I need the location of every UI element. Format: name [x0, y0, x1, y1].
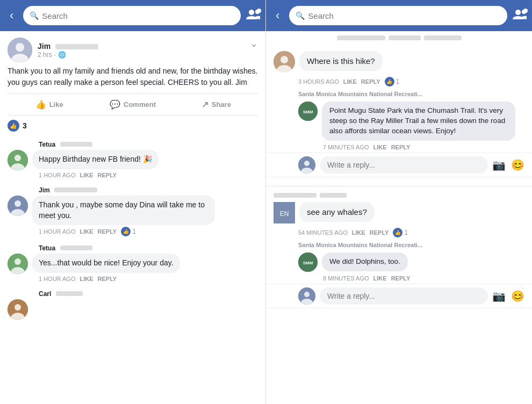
left-search-bar[interactable]: 🔍 — [23, 6, 241, 25]
comment-actions: 1 HOUR AGO LIKE REPLY 👍 1 — [8, 227, 258, 236]
thread-1-like-link[interactable]: LIKE — [343, 78, 357, 85]
thread-1-question-row: Where is this hike? — [266, 48, 532, 76]
like-label: Like — [49, 100, 63, 109]
emoji-icon[interactable]: 😊 — [511, 158, 524, 171]
inline-like-badge: 👍 — [121, 227, 131, 236]
write-reply-icons-1: 📷 😊 — [492, 158, 524, 171]
page-title-blur2 — [389, 35, 421, 40]
thread-2-reply-like-link[interactable]: LIKE — [373, 275, 387, 282]
write-reply-icons-2: 📷 😊 — [492, 290, 524, 302]
write-reply-input-1[interactable] — [320, 156, 488, 174]
write-reply-avatar — [298, 156, 315, 174]
camera-icon[interactable]: 📷 — [492, 158, 506, 171]
post-header-left: Jim 2 hrs · 🌐 — [8, 38, 98, 62]
emoji-icon-2[interactable]: 😊 — [511, 290, 524, 302]
left-friends-icon[interactable] — [246, 9, 260, 23]
right-back-button[interactable]: ‹ — [271, 6, 284, 25]
svg-text:SMM: SMM — [303, 261, 313, 265]
like-link[interactable]: LIKE — [80, 228, 93, 235]
thread-2-reply-actions: 8 MINUTES AGO LIKE REPLY — [266, 275, 532, 282]
commenter-avatar — [8, 196, 28, 216]
thread-1-reply-page-name: Santa Monica Mountains National Recreati… — [266, 86, 532, 99]
share-button[interactable]: ↗ Share — [175, 96, 258, 113]
camera-icon-2[interactable]: 📷 — [492, 290, 506, 302]
svg-point-0 — [249, 10, 254, 15]
right-search-icon: 🔍 — [296, 11, 305, 20]
reply-reply-link[interactable]: REPLY — [391, 144, 411, 150]
thread-2-reply-link[interactable]: REPLY — [370, 229, 389, 236]
comment-button[interactable]: 💬 Comment — [91, 96, 174, 113]
page-title-blur3 — [424, 35, 462, 40]
post-header: Jim 2 hrs · 🌐 ⌄ — [8, 38, 258, 62]
post-body: Thank you to all my family and friends o… — [8, 66, 258, 88]
reply-link[interactable]: REPLY — [98, 228, 117, 235]
post-more-button[interactable]: ⌄ — [250, 38, 258, 49]
thread-1-question-bubble: Where is this hike? — [299, 51, 383, 71]
right-friends-icon[interactable] — [513, 9, 527, 23]
page-name-blur-row — [266, 31, 532, 42]
comment-bubble: Thank you , maybe some day Dina will tak… — [32, 196, 215, 225]
thread-1-reply-row: SMM Point Mugu State Park via the Chumas… — [266, 99, 532, 143]
reply-like-link[interactable]: LIKE — [373, 144, 387, 150]
like-link[interactable]: LIKE — [80, 172, 93, 178]
share-icon: ↗ — [202, 99, 209, 110]
like-link[interactable]: LIKE — [80, 276, 93, 282]
left-content: Jim 2 hrs · 🌐 ⌄ Thank you to all my fami… — [0, 31, 265, 404]
svg-text:EN: EN — [280, 210, 289, 218]
reply-link[interactable]: REPLY — [98, 172, 117, 178]
like-count: 3 — [23, 121, 27, 130]
commenter-avatar — [8, 299, 28, 320]
thread-1-page-avatar: SMM — [298, 102, 318, 121]
write-reply-input-2[interactable] — [320, 287, 488, 305]
svg-point-32 — [304, 292, 310, 297]
left-search-input[interactable] — [42, 11, 234, 20]
write-reply-row-2: 📷 😊 — [266, 284, 532, 308]
thread-1-reply-link[interactable]: REPLY — [361, 78, 380, 85]
svg-point-17 — [515, 10, 521, 15]
write-reply-row-1: 📷 😊 — [266, 153, 532, 177]
svg-point-3 — [16, 43, 24, 52]
right-search-bar[interactable]: 🔍 — [289, 6, 507, 25]
left-back-button[interactable]: ‹ — [5, 6, 18, 25]
thread-2-page-avatar: SMM — [298, 252, 318, 272]
thread-2-asker-avatar: EN — [274, 202, 295, 223]
commenter-avatar — [8, 150, 28, 170]
thread-2-like-link[interactable]: LIKE — [352, 229, 365, 236]
post-author-name: Jim — [38, 41, 98, 51]
right-content: Where is this hike? 3 HOURS AGO LIKE REP… — [266, 31, 532, 404]
left-panel: ‹ 🔍 — [0, 0, 266, 404]
comment-actions: 1 HOUR AGO LIKE REPLY — [8, 172, 258, 178]
post-author-avatar — [8, 38, 32, 62]
svg-point-25 — [304, 161, 310, 166]
left-header: ‹ 🔍 — [0, 0, 265, 31]
thread-1-like-badge: 👍 — [385, 77, 394, 86]
comment-bubble: Yes...that would be nice! Enjoy your day… — [32, 254, 180, 273]
thread-2-reply-reply-link[interactable]: REPLY — [391, 275, 411, 282]
comment-name-row: Jim — [8, 185, 258, 194]
thread-2-name-blur1 — [274, 193, 317, 198]
comments-section: Tetua Happy Birthday new FB friend! 🎉 1 — [0, 136, 265, 328]
page-title-blur1 — [337, 35, 385, 40]
like-badge: 👍 — [8, 120, 19, 132]
svg-point-15 — [15, 304, 21, 311]
reply-link[interactable]: REPLY — [98, 276, 117, 282]
comment-name-row: Carl — [8, 288, 258, 298]
thread-2-reply-bubble: We did! Dolphins, too. — [322, 252, 408, 271]
post-author-info: Jim 2 hrs · 🌐 — [38, 41, 98, 59]
comment-row: Thank you , maybe some day Dina will tak… — [8, 196, 258, 225]
thread-2-reply-row: SMM We did! Dolphins, too. — [266, 250, 532, 274]
post-card: Jim 2 hrs · 🌐 ⌄ Thank you to all my fami… — [0, 31, 265, 116]
commenter-avatar — [8, 254, 28, 274]
like-icon: 👍 — [35, 99, 46, 110]
thread-1-reply-bubble: Point Mugu State Park via the Chumash Tr… — [322, 102, 515, 141]
svg-point-9 — [15, 200, 21, 207]
comment-name-row: Tetua — [8, 243, 258, 252]
like-button[interactable]: 👍 Like — [8, 96, 91, 113]
comment-label: Comment — [124, 100, 156, 109]
right-panel: ‹ 🔍 — [266, 0, 532, 404]
thread-2-section: EN see any whales? 54 MINUTES AGO LIKE R… — [266, 199, 532, 314]
right-search-input[interactable] — [308, 11, 501, 20]
post-author-blur — [55, 44, 98, 49]
thread-1-reply-actions: 7 MINUTES AGO LIKE REPLY — [266, 144, 532, 150]
comment-name-blur — [54, 187, 97, 192]
